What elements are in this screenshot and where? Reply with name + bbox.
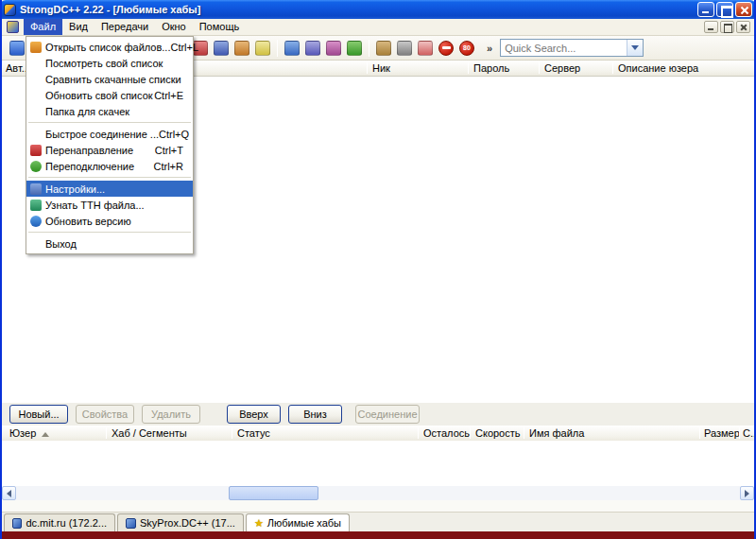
move-up-button[interactable]: Вверх [227,405,281,424]
public-hubs-icon[interactable] [9,41,25,56]
notepad-icon[interactable] [255,41,270,56]
quick-search-input[interactable] [501,40,627,56]
tab-hub-2[interactable]: SkyProx.DC++ (17... [117,513,244,531]
tr-col-status[interactable]: Статус [237,427,270,439]
menu-item-settings[interactable]: Настройки... [26,181,193,197]
tr-col-size[interactable]: Размер [704,427,740,439]
search-icon[interactable] [284,41,300,56]
limiter-icon[interactable]: 80 [459,41,474,56]
chevron-down-icon [631,45,639,50]
menu-item-refresh-own-list[interactable]: Обновить свой список Ctrl+E [26,87,193,103]
column-separator[interactable] [468,62,469,74]
close-button[interactable] [735,2,752,17]
column-separator[interactable] [367,62,368,74]
menu-window[interactable]: Окно [155,19,193,35]
column-separator[interactable] [539,62,540,74]
connect-button[interactable]: Соединение [355,405,420,424]
new-button[interactable]: Новый... [9,405,68,424]
menu-separator [28,177,191,178]
column-separator[interactable] [699,427,700,439]
hub-window-icon [126,518,136,529]
menu-item-label: Папка для скачек [45,106,183,117]
menu-item-match-lists[interactable]: Сравнить скачанные списки [26,71,193,87]
menu-item-view-own-list[interactable]: Посмотреть свой список [26,55,193,71]
scroll-right-button[interactable] [740,486,754,500]
menu-item-download-folder[interactable]: Папка для скачек [26,103,193,119]
open-downloads-icon[interactable] [376,41,391,56]
menu-item-quick-connect[interactable]: Быстрое соединение ... Ctrl+Q [26,126,193,142]
column-separator[interactable] [739,427,740,439]
menu-item-reconnect[interactable]: Переподключение Ctrl+R [26,158,193,174]
tr-col-remaining[interactable]: Осталось [423,427,470,439]
menu-item-exit[interactable]: Выход [26,235,193,252]
column-separator[interactable] [232,427,232,439]
toolbar-separator [277,40,278,57]
menu-item-get-tth[interactable]: Узнать TTH файла... [26,197,193,213]
menu-item-follow-redirect[interactable]: Перенаправление Ctrl+T [26,142,193,158]
move-down-button[interactable]: Вниз [288,405,342,424]
maximize-button[interactable] [716,2,733,17]
menu-separator [28,122,191,123]
quick-search-dropdown-button[interactable] [627,40,643,56]
finished-uploads-icon[interactable] [214,41,229,56]
tr-col-speed[interactable]: Скорость [475,427,521,439]
menu-item-shortcut: Ctrl+T [155,145,193,156]
tab-favorite-hubs[interactable]: ★ Любимые хабы [246,513,350,531]
menu-item-label: Выход [45,238,183,250]
arrow-left-icon [7,490,11,497]
menu-file[interactable]: Файл [24,19,62,35]
shutdown-icon[interactable] [438,41,454,56]
settings-icon [26,183,45,195]
adl-search-icon[interactable] [305,41,320,56]
hub-col-user-description[interactable]: Описание юзера [618,62,698,74]
hub-col-nick[interactable]: Ник [372,62,390,74]
hub-col-password[interactable]: Пароль [473,62,509,74]
open-filelist-icon[interactable] [234,41,249,56]
mdi-child-icon[interactable] [7,21,19,33]
transfers-list[interactable] [2,441,754,486]
away-icon[interactable] [418,41,433,56]
menu-item-update-version[interactable]: Обновить версию [26,213,193,229]
column-separator[interactable] [418,427,419,439]
menu-separator [28,232,191,233]
menu-transfers[interactable]: Передачи [94,19,155,35]
tr-col-filename[interactable]: Имя файла [529,427,584,439]
search-spy-icon[interactable] [326,41,341,56]
status-gap [2,500,754,512]
titlebar: StrongDC++ 2.22 - [Любимые хабы] [0,0,756,19]
tr-col-hub-segments[interactable]: Хаб / Сегменты [112,427,187,439]
column-separator[interactable] [524,427,524,439]
network-stats-icon[interactable] [347,41,362,56]
remove-button[interactable]: Удалить [142,405,200,424]
column-separator[interactable] [612,62,613,74]
column-separator[interactable] [106,427,107,439]
mdi-minimize-button[interactable] [704,21,718,33]
horizontal-scrollbar[interactable] [2,486,754,500]
toolbar-overflow-chevron[interactable]: » [487,43,492,54]
mdi-restore-button[interactable] [720,21,734,33]
tab-hub-1[interactable]: dc.mit.ru (172.2... [4,513,115,531]
properties-button[interactable]: Свойства [76,405,134,424]
favorite-star-icon: ★ [254,517,264,530]
menu-help[interactable]: Помощь [193,19,247,35]
mdi-close-button[interactable] [736,21,750,33]
menu-item-label: Обновить свой список [45,90,154,101]
reconnect-icon [26,161,45,172]
tr-col-user[interactable]: Юзер [9,427,49,439]
scrollbar-thumb[interactable] [229,486,318,500]
menu-item-label: Переподключение [45,161,154,172]
settings-icon[interactable] [397,41,412,56]
scroll-left-button[interactable] [2,486,16,500]
menu-item-shortcut: Ctrl+E [154,90,193,101]
hub-col-server[interactable]: Сервер [544,62,580,74]
file-menu: Открыть список файлов... Ctrl+L Посмотре… [26,36,194,254]
menu-item-open-filelist[interactable]: Открыть список файлов... Ctrl+L [26,39,193,55]
tth-icon [26,200,45,211]
column-separator[interactable] [470,427,471,439]
tab-label: SkyProx.DC++ (17... [140,517,235,529]
app-icon [4,4,16,16]
tr-col-slots[interactable]: С... [743,427,756,439]
menu-view[interactable]: Вид [62,19,94,35]
scrollbar-track[interactable] [16,486,740,500]
minimize-button[interactable] [697,2,714,17]
